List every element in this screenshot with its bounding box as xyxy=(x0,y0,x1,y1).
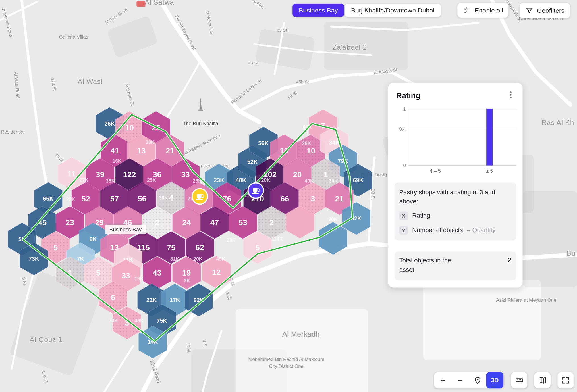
map-label: 3 St xyxy=(225,291,232,301)
area-chip-burj-khalifa[interactable]: Burj Khalifa/Downtown Dubai xyxy=(345,4,441,17)
hex-value: 21 xyxy=(335,194,344,203)
map-label: Al Satwa xyxy=(145,0,174,6)
hex-value: 52 xyxy=(82,194,90,203)
total-objects-box: Total objects in the asset 2 xyxy=(395,252,516,280)
map-label: Mohammed Bin Rashid Al Maktoum xyxy=(248,357,324,362)
y-axis-label: Number of objects xyxy=(412,227,463,234)
hex-value: 21 xyxy=(166,146,174,155)
hex-value: 56 xyxy=(138,194,146,203)
hex-sublabel: 22K xyxy=(66,197,75,202)
hex-value: 22K xyxy=(146,297,157,303)
geofilters-button[interactable]: Geofilters xyxy=(520,3,570,18)
hex-value: 57 xyxy=(110,194,119,203)
hex-sublabel: 114K xyxy=(271,236,283,242)
fullscreen-button[interactable] xyxy=(557,372,574,388)
basemap-button[interactable] xyxy=(534,372,551,388)
hex-value: 39 xyxy=(96,170,104,179)
svg-text:Business Bay: Business Bay xyxy=(109,226,142,232)
map-label: Al Mus xyxy=(252,0,265,10)
hex-value: 5 xyxy=(53,243,58,252)
ruler-button[interactable] xyxy=(511,372,527,388)
hex-value: 13 xyxy=(137,146,146,155)
chart-bar xyxy=(486,109,493,166)
hex-sublabel: 27K xyxy=(79,177,88,183)
funnel-icon xyxy=(525,7,534,15)
hex-sublabel: 38K xyxy=(159,195,168,201)
hex-value: 5 xyxy=(96,268,100,277)
svg-text:0.4: 0.4 xyxy=(399,126,406,132)
hex-sublabel: 74K xyxy=(109,318,118,324)
map-icon xyxy=(538,376,547,385)
poi-marker-coffee-cup[interactable] xyxy=(248,183,263,198)
x-axis-label: Rating xyxy=(412,212,430,220)
geofilters-label: Geofilters xyxy=(537,7,564,14)
hex-sublabel: 20K xyxy=(146,139,155,145)
hex-value: 52K xyxy=(247,159,258,165)
map-zoom-controls: + − 3D xyxy=(434,372,503,388)
hex-value: 3 xyxy=(311,194,315,203)
map-label: Al Sukook St xyxy=(205,10,215,36)
hex-value: 62 xyxy=(196,243,204,252)
map-label: Al Wasl xyxy=(78,78,103,85)
hex-value: 20 xyxy=(293,170,302,179)
map-label: 55 St xyxy=(287,90,298,100)
coffee-cup-icon xyxy=(197,194,202,199)
y-axis-badge: Y xyxy=(399,226,408,235)
hex-sublabel: 16K xyxy=(113,158,122,164)
hex-value: 122 xyxy=(123,170,136,179)
hex-sublabel: 19K xyxy=(134,276,144,282)
hex-value: 75 xyxy=(167,243,175,252)
enable-all-button[interactable]: Enable all xyxy=(457,3,508,18)
map-label: 31b St xyxy=(41,370,49,383)
rating-bar-chart: 10.404 – 5≥ 5 xyxy=(391,104,520,177)
hex-sublabel: 3K xyxy=(184,278,190,283)
chart-description-box: Pastry shops with a rating of 3 and abov… xyxy=(395,182,516,241)
panel-menu-button[interactable] xyxy=(506,89,516,102)
svg-text:0: 0 xyxy=(403,163,406,168)
hex-sublabel: 90K xyxy=(329,216,338,222)
map-label: 3 St xyxy=(202,340,208,348)
hex-value: 41 xyxy=(111,146,119,155)
map-label: 3 St xyxy=(21,277,28,285)
chart-description: Pastry shops with a rating of 3 and abov… xyxy=(399,188,512,206)
hex-value: 17K xyxy=(170,297,180,303)
map-label: Al Badaa St xyxy=(124,83,135,107)
map-label: Bu xyxy=(566,249,576,257)
area-chip-business-bay[interactable]: Business Bay xyxy=(292,4,344,17)
total-objects-label: Total objects in the asset xyxy=(399,257,462,275)
svg-text:4 – 5: 4 – 5 xyxy=(429,168,441,174)
hex-sublabel: 26K xyxy=(302,141,311,146)
map-label: Bin Rashid Boulevard xyxy=(181,133,221,157)
ruler-icon xyxy=(515,376,524,385)
hex-sublabel: 30K xyxy=(329,178,338,184)
hex-value: 23 xyxy=(66,218,74,227)
map-label: 43 St xyxy=(248,61,259,65)
3d-toggle-button[interactable]: 3D xyxy=(486,372,503,388)
hex-value: 4 xyxy=(169,193,173,202)
map-label: Al Qouz 1 xyxy=(30,336,62,343)
map-label: The Burj Khalifa xyxy=(183,121,218,126)
kebab-icon xyxy=(507,91,514,99)
map-label: 6 St xyxy=(186,344,191,353)
coffee-cup-icon xyxy=(253,188,257,193)
hex-sublabel: 28K xyxy=(227,237,236,243)
fullscreen-icon xyxy=(561,376,570,385)
y-axis-suffix: – Quantity xyxy=(467,227,495,234)
hex-value: 65K xyxy=(43,195,53,202)
checklist-icon xyxy=(463,6,472,14)
hex-value: 11 xyxy=(68,169,76,178)
hex-value: 1 xyxy=(323,170,328,179)
hex-value: 10 xyxy=(307,146,315,155)
map-label: City District One xyxy=(269,364,304,369)
hex-value: 12 xyxy=(212,268,221,277)
hex-value: 75K xyxy=(157,318,167,324)
zoom-out-button[interactable]: − xyxy=(452,372,469,388)
zoom-in-button[interactable]: + xyxy=(434,372,452,388)
map-label: 45b St xyxy=(296,79,309,84)
hex-value: 5 xyxy=(256,243,260,252)
pin-button[interactable] xyxy=(469,372,486,388)
hex-value: 43 xyxy=(153,268,161,277)
poi-marker-coffee-cup[interactable] xyxy=(192,189,207,204)
hex-value: 53 xyxy=(238,218,247,227)
x-axis-badge: X xyxy=(399,212,408,220)
